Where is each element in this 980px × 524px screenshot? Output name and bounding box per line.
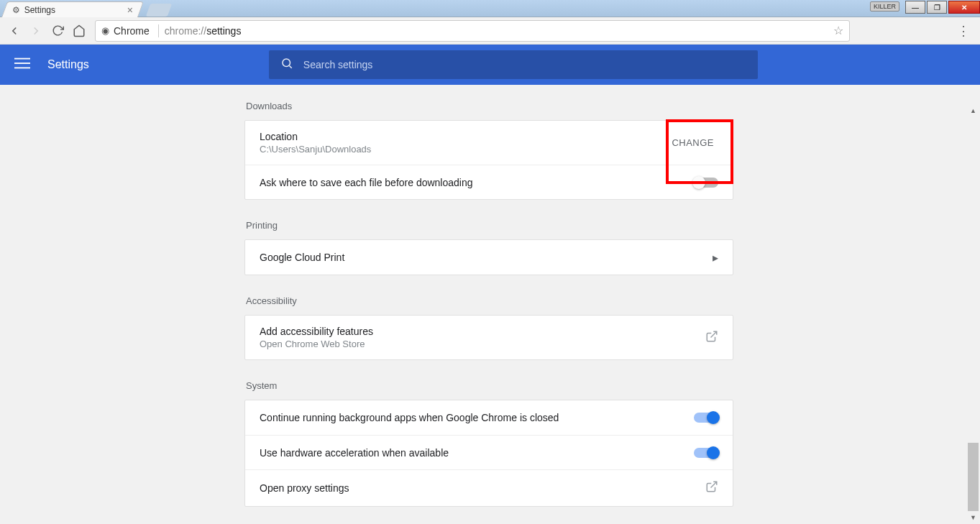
change-button[interactable]: CHANGE [667, 132, 718, 154]
add-accessibility-row[interactable]: Add accessibility features Open Chrome W… [245, 316, 733, 359]
back-button[interactable] [6, 22, 23, 40]
accessibility-card: Add accessibility features Open Chrome W… [244, 315, 733, 360]
star-icon[interactable]: ☆ [833, 24, 843, 37]
svg-line-6 [711, 482, 717, 487]
section-label-system: System [246, 380, 733, 391]
site-chip: Chrome [114, 25, 150, 37]
svg-line-5 [711, 331, 717, 337]
external-link-icon [705, 330, 718, 346]
forward-button [27, 22, 45, 40]
proxy-settings-row[interactable]: Open proxy settings [245, 469, 733, 506]
location-label: Location [260, 131, 371, 142]
google-cloud-print-row[interactable]: Google Cloud Print ▸ [245, 240, 733, 275]
svg-point-3 [283, 59, 290, 67]
chevron-right-icon: ▸ [713, 251, 718, 265]
svg-rect-1 [14, 63, 30, 64]
section-label-accessibility: Accessibility [246, 295, 733, 306]
hamburger-icon[interactable] [14, 55, 30, 74]
home-button[interactable] [70, 22, 88, 40]
search-settings-box[interactable] [269, 50, 758, 79]
scroll-down-arrow[interactable]: ▼ [968, 512, 979, 523]
chrome-icon: ◉ [101, 25, 109, 36]
new-tab-button[interactable] [146, 4, 173, 17]
tab-title: Settings [24, 5, 127, 15]
ask-save-toggle[interactable] [694, 178, 718, 188]
window-buttons: KILLER — ❐ ✕ [870, 0, 980, 17]
killer-badge: KILLER [870, 1, 899, 12]
svg-line-4 [289, 65, 291, 68]
section-label-printing: Printing [246, 220, 733, 231]
printing-card: Google Cloud Print ▸ [244, 239, 733, 275]
system-card: Continue running background apps when Go… [244, 400, 733, 507]
download-location-row: Location C:\Users\Sanju\Downloads CHANGE [245, 121, 733, 165]
external-link-icon [705, 480, 718, 496]
minimize-button[interactable]: — [905, 1, 925, 14]
gear-icon: ⚙ [12, 5, 20, 15]
background-apps-toggle[interactable] [694, 413, 718, 423]
svg-rect-2 [14, 68, 30, 69]
downloads-card: Location C:\Users\Sanju\Downloads CHANGE… [244, 120, 733, 200]
hardware-accel-toggle[interactable] [694, 448, 718, 458]
page-title: Settings [47, 58, 89, 71]
divider [158, 24, 159, 37]
scroll-thumb[interactable] [968, 443, 979, 511]
settings-header: Settings [0, 45, 980, 85]
location-value: C:\Users\Sanju\Downloads [260, 144, 371, 155]
reload-button[interactable] [49, 22, 66, 40]
address-bar[interactable]: ◉ Chrome chrome://settings ☆ [95, 20, 850, 42]
browser-tab-settings[interactable]: ⚙ Settings × [1, 1, 144, 17]
window-titlebar: ⚙ Settings × KILLER — ❐ ✕ [0, 0, 980, 17]
ask-save-row: Ask where to save each file before downl… [245, 165, 733, 199]
search-input[interactable] [303, 59, 746, 70]
window-close-button[interactable]: ✕ [948, 1, 980, 14]
maximize-button[interactable]: ❐ [927, 1, 947, 14]
browser-toolbar: ◉ Chrome chrome://settings ☆ ⋮ [0, 17, 980, 45]
scroll-up-arrow[interactable]: ▲ [968, 105, 979, 116]
svg-rect-0 [14, 58, 30, 60]
background-apps-row: Continue running background apps when Go… [245, 400, 733, 435]
close-icon[interactable]: × [127, 4, 133, 16]
kebab-menu-icon[interactable]: ⋮ [953, 23, 974, 39]
settings-content: Downloads Location C:\Users\Sanju\Downlo… [0, 85, 980, 524]
hardware-accel-row: Use hardware acceleration when available [245, 435, 733, 469]
ask-save-label: Ask where to save each file before downl… [260, 177, 473, 188]
search-icon [280, 57, 293, 73]
tab-strip: ⚙ Settings × [0, 0, 170, 17]
section-label-downloads: Downloads [246, 101, 733, 111]
url-text: chrome://settings [165, 25, 242, 37]
